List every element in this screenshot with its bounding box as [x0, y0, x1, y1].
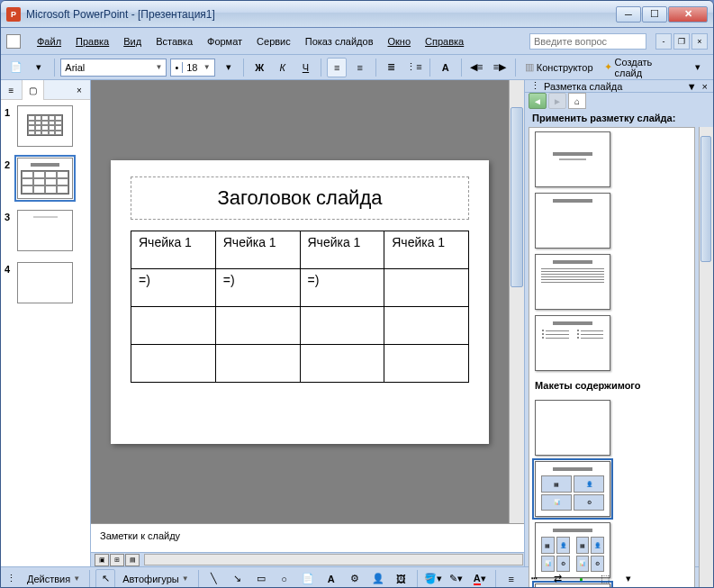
slide-thumbnail-4[interactable] — [17, 262, 73, 303]
table-cell[interactable]: =) — [215, 268, 300, 306]
clipart-tool[interactable]: 👤 — [368, 569, 388, 589]
menu-view[interactable]: Вид — [116, 32, 149, 51]
layout-two-text[interactable] — [535, 315, 610, 371]
table-cell[interactable] — [300, 306, 384, 344]
layout-title-text[interactable] — [535, 254, 610, 310]
forward-button[interactable]: ► — [548, 93, 566, 109]
menu-window[interactable]: Окно — [381, 32, 419, 51]
size-options-icon[interactable]: ▾ — [219, 58, 239, 77]
notes-pane[interactable]: Заметки к слайду — [91, 523, 524, 552]
taskpane-close-button[interactable]: × — [702, 81, 708, 92]
picture-tool[interactable]: 🖼 — [392, 569, 411, 589]
bold-button[interactable]: Ж — [249, 58, 269, 77]
3d-tool[interactable]: ⬚ — [595, 569, 615, 589]
close-panel-button[interactable]: × — [68, 80, 90, 100]
table-cell[interactable] — [384, 306, 469, 344]
table-cell[interactable]: Ячейка 1 — [131, 231, 216, 268]
font-name-selector[interactable]: Arial ▼ — [60, 59, 167, 77]
align-left-button[interactable]: ≡ — [327, 58, 347, 77]
slide-thumbnail-2[interactable] — [17, 158, 73, 199]
autoshapes-menu[interactable]: Автофигуры ▼ — [119, 574, 193, 584]
menu-edit[interactable]: Правка — [68, 32, 116, 51]
menu-slideshow[interactable]: Показ слайдов — [298, 32, 381, 51]
slide-thumbnail-3[interactable] — [17, 210, 73, 251]
scrollbar-thumb[interactable] — [511, 107, 523, 287]
italic-button[interactable]: К — [273, 58, 293, 77]
layout-blank[interactable] — [535, 400, 610, 456]
scrollbar-thumb[interactable] — [700, 136, 711, 262]
new-document-icon[interactable]: 📄 — [6, 58, 26, 77]
drawbar-overflow-icon[interactable]: ▾ — [619, 569, 638, 589]
slideshow-view-button[interactable]: ▤ — [125, 554, 140, 566]
actions-menu[interactable]: Действия ▼ — [23, 574, 84, 584]
font-size-selector[interactable]: • 18 ▼ — [170, 59, 214, 77]
menu-format[interactable]: Формат — [200, 32, 249, 51]
maximize-button[interactable]: ☐ — [642, 6, 667, 23]
font-grow-button[interactable]: A — [436, 58, 456, 77]
layout-title-only[interactable] — [535, 193, 610, 249]
slide-title-text[interactable]: Заголовок слайда — [140, 186, 459, 210]
taskpane-scrollbar[interactable] — [699, 127, 713, 588]
wordart-tool[interactable]: A — [321, 569, 341, 589]
arrow-tool[interactable]: ↘ — [228, 569, 248, 589]
table-cell[interactable] — [384, 344, 469, 382]
select-tool[interactable]: ↖ — [95, 569, 115, 589]
slide-table[interactable]: Ячейка 1 Ячейка 1 Ячейка 1 Ячейка 1 =) =… — [131, 231, 469, 383]
vertical-scrollbar[interactable] — [509, 80, 524, 523]
toolbar-options-icon[interactable]: ▾ — [30, 58, 50, 77]
document-icon[interactable] — [6, 34, 21, 49]
decrease-indent-button[interactable]: ◀≡ — [467, 58, 487, 77]
rectangle-tool[interactable]: ▭ — [251, 569, 271, 589]
sorter-view-button[interactable]: ⊞ — [110, 554, 124, 566]
underline-button[interactable]: Ч — [296, 58, 316, 77]
bulleted-list-button[interactable]: ⋮≡ — [404, 58, 424, 77]
textbox-tool[interactable]: 📄 — [298, 569, 318, 589]
menu-help[interactable]: Справка — [418, 32, 471, 51]
horizontal-scrollbar[interactable] — [144, 554, 523, 565]
normal-view-button[interactable]: ▣ — [95, 554, 109, 566]
shadow-tool[interactable]: ▪ — [572, 569, 592, 589]
slide-thumbnail-1[interactable] — [17, 105, 73, 147]
inner-restore-button[interactable]: ❐ — [673, 33, 690, 50]
inner-minimize-button[interactable]: - — [655, 33, 672, 50]
arrow-style-tool[interactable]: ⇄ — [548, 569, 568, 589]
new-slide-button[interactable]: ✦Создать слайд — [601, 57, 685, 78]
slides-tab[interactable]: ▢ — [23, 80, 44, 100]
help-search-input[interactable] — [529, 33, 646, 50]
table-cell[interactable] — [131, 344, 216, 382]
table-cell[interactable]: Ячейка 1 — [215, 231, 300, 268]
increase-indent-button[interactable]: ≡▶ — [490, 58, 510, 77]
diagram-tool[interactable]: ⚙ — [345, 569, 365, 589]
inner-close-button[interactable]: × — [691, 33, 708, 50]
home-button[interactable]: ⌂ — [568, 93, 586, 109]
slide-canvas[interactable]: Заголовок слайда Ячейка 1 Ячейка 1 Ячейк… — [91, 80, 509, 523]
table-cell[interactable] — [131, 306, 216, 344]
outline-tab[interactable]: ≡ — [1, 80, 23, 100]
taskpane-menu-icon[interactable]: ▼ — [687, 81, 697, 92]
slide[interactable]: Заголовок слайда Ячейка 1 Ячейка 1 Ячейк… — [111, 160, 489, 444]
dash-style-tool[interactable]: ┅ — [525, 569, 545, 589]
layout-content[interactable]: ▦👤📊⚙ — [535, 461, 610, 517]
table-cell[interactable] — [300, 344, 384, 382]
table-cell[interactable]: =) — [300, 268, 384, 306]
table-cell[interactable]: Ячейка 1 — [300, 231, 384, 268]
slide-title-placeholder[interactable]: Заголовок слайда — [131, 176, 469, 220]
line-color-tool[interactable]: ✎▾ — [447, 569, 466, 589]
layout-title-slide[interactable] — [535, 131, 610, 187]
font-color-tool[interactable]: A▾ — [470, 569, 490, 589]
align-center-button[interactable]: ≡ — [350, 58, 370, 77]
menu-file[interactable]: Файл — [30, 32, 68, 51]
close-button[interactable]: ✕ — [668, 6, 708, 23]
fill-color-tool[interactable]: 🪣▾ — [423, 569, 443, 589]
numbered-list-button[interactable]: ≣ — [382, 58, 402, 77]
menu-insert[interactable]: Вставка — [149, 32, 200, 51]
designer-button[interactable]: ▥Конструктор — [521, 61, 597, 73]
minimize-button[interactable]: ─ — [616, 6, 641, 23]
line-tool[interactable]: ╲ — [204, 569, 224, 589]
table-cell[interactable] — [384, 268, 469, 306]
line-weight-tool[interactable]: ≡ — [502, 569, 521, 589]
oval-tool[interactable]: ○ — [275, 569, 294, 589]
table-cell[interactable] — [215, 344, 300, 382]
menu-service[interactable]: Сервис — [249, 32, 298, 51]
table-cell[interactable]: Ячейка 1 — [384, 231, 469, 268]
